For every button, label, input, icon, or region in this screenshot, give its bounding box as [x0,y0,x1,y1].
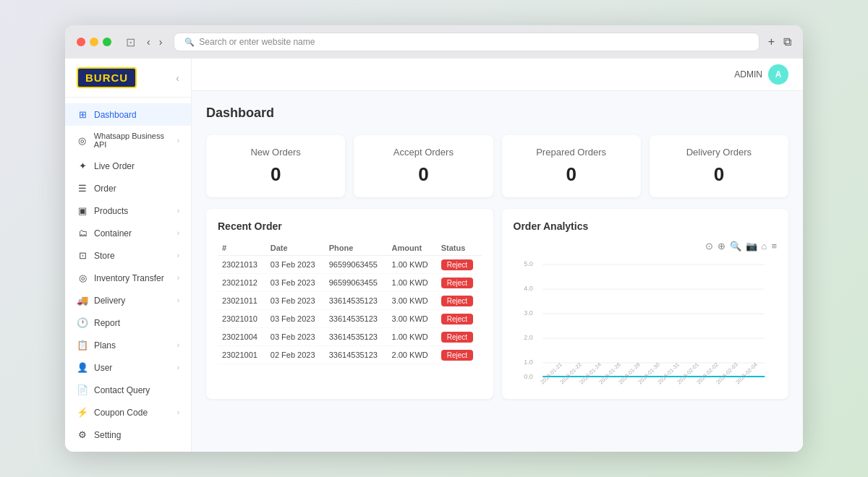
main-content: Dashboard New Orders 0 Accept Orders 0 P… [192,91,803,452]
forward-button[interactable]: › [156,35,166,49]
sidebar-item-label: Whatsapp Business API [94,132,177,149]
order-icon: ☰ [77,183,88,194]
coupon-icon: ⚡ [77,407,88,418]
user-icon: 👤 [77,362,88,373]
sidebar-item-label: Store [94,251,115,261]
plans-icon: 📋 [77,340,88,351]
sidebar-item-plans[interactable]: 📋 Plans › [65,334,191,356]
sidebar-item-products[interactable]: ▣ Products › [65,199,191,222]
stat-label: Delivery Orders [661,147,777,158]
minimize-button[interactable] [90,38,98,46]
sidebar-item-coupon[interactable]: ⚡ Coupon Code › [65,401,191,424]
order-date: 03 Feb 2023 [266,292,325,310]
sidebar-item-setting[interactable]: ⚙ Setting [65,424,191,446]
browser-window: ⊡ ‹ › 🔍 Search or enter website name + ⧉… [65,25,803,452]
y-label-40: 4.0 [524,285,533,292]
stat-label: Prepared Orders [514,147,629,158]
chart-camera-icon[interactable]: 📷 [746,241,757,252]
status-badge: Reject [441,259,473,270]
table-row[interactable]: 23021004 03 Feb 2023 33614535123 1.00 KW… [218,328,482,346]
sidebar: BURCU ‹ ⊞ Dashboard ◎ Whatsapp Business … [65,59,192,452]
sidebar-item-live-order[interactable]: ✦ Live Order [65,155,191,177]
order-status: Reject [437,346,482,364]
order-id: 23021001 [218,346,266,364]
sidebar-item-label: Setting [94,430,121,440]
app-container: BURCU ‹ ⊞ Dashboard ◎ Whatsapp Business … [65,59,803,452]
status-badge: Reject [441,314,473,325]
order-date: 03 Feb 2023 [266,274,325,292]
address-bar[interactable]: 🔍 Search or enter website name [174,33,759,51]
order-id: 23021004 [218,328,266,346]
stats-grid: New Orders 0 Accept Orders 0 Prepared Or… [206,135,788,197]
sidebar-item-user[interactable]: 👤 User › [65,356,191,379]
col-date: Date [266,241,325,256]
sidebar-item-contact[interactable]: 📄 Contact Query [65,379,191,401]
sidebar-item-dashboard[interactable]: ⊞ Dashboard [65,103,191,126]
browser-actions: + ⧉ [768,35,791,48]
order-status: Reject [437,310,482,328]
sidebar-toggle-button[interactable]: ‹ [176,72,179,84]
order-phone: 96599063455 [325,256,388,274]
sidebar-item-container[interactable]: 🗂 Container › [65,222,191,244]
maximize-button[interactable] [103,38,111,46]
sidebar-item-order[interactable]: ☰ Order [65,177,191,199]
order-status: Reject [437,328,482,346]
stat-card-accept-orders[interactable]: Accept Orders 0 [354,135,493,197]
chevron-right-icon: › [177,207,179,215]
close-button[interactable] [77,38,85,46]
page-title: Dashboard [206,106,788,121]
order-amount: 3.00 KWD [388,310,437,328]
products-icon: ▣ [77,205,88,216]
chart-svg: 5.0 4.0 3.0 2.0 1.0 0.0 [514,257,778,387]
chevron-right-icon: › [177,341,179,349]
sidebar-toggle-icon[interactable]: ⊡ [126,35,135,49]
order-date: 03 Feb 2023 [266,328,325,346]
chevron-right-icon: › [177,364,179,371]
chart-zoom-in-icon[interactable]: ⊕ [718,241,726,252]
contact-icon: 📄 [77,384,88,395]
order-amount: 1.00 KWD [388,328,437,346]
order-id: 23021013 [218,256,266,274]
order-status: Reject [437,292,482,310]
sidebar-item-inventory[interactable]: ◎ Inventory Transfer › [65,267,191,289]
setting-icon: ⚙ [77,429,88,440]
back-button[interactable]: ‹ [144,35,153,49]
sidebar-item-store[interactable]: ⊡ Store › [65,244,191,267]
chart-zoom-reset-icon[interactable]: ⊙ [705,241,713,252]
sidebar-item-delivery[interactable]: 🚚 Delivery › [65,289,191,311]
stat-card-new-orders[interactable]: New Orders 0 [206,135,345,197]
sidebar-item-whatsapp[interactable]: ◎ Whatsapp Business API › [65,126,191,155]
table-row[interactable]: 23021012 03 Feb 2023 96599063455 1.00 KW… [218,274,482,292]
table-row[interactable]: 23021013 03 Feb 2023 96599063455 1.00 KW… [218,256,482,274]
sidebar-item-report[interactable]: 🕐 Report [65,311,191,334]
order-phone: 33614535123 [325,292,388,310]
sidebar-item-label: Report [94,318,120,328]
sidebar-item-label: Delivery [94,296,125,306]
sidebar-item-label: Plans [94,340,116,351]
chart-menu-icon[interactable]: ≡ [771,241,777,252]
dashboard-wrapper: Dashboard New Orders 0 Accept Orders 0 P… [206,106,788,399]
chart-home-icon[interactable]: ⌂ [762,241,767,252]
chevron-right-icon: › [177,137,179,145]
col-amount: Amount [388,241,437,256]
container-icon: 🗂 [77,228,88,239]
stat-card-delivery-orders[interactable]: Delivery Orders 0 [650,135,788,197]
order-date: 03 Feb 2023 [266,256,325,274]
windows-button[interactable]: ⧉ [783,35,791,48]
nav-arrows: ‹ › [144,35,165,49]
inventory-icon: ◎ [77,272,88,283]
live-order-icon: ✦ [77,160,88,171]
order-phone: 33614535123 [325,328,388,346]
dashboard-icon: ⊞ [77,109,88,120]
table-row[interactable]: 23021011 03 Feb 2023 33614535123 3.00 KW… [218,292,482,310]
chevron-right-icon: › [177,274,179,282]
sidebar-item-label: Contact Query [94,385,150,395]
sidebar-item-label: Dashboard [94,110,137,120]
chevron-right-icon: › [177,296,179,304]
table-row[interactable]: 23021001 02 Feb 2023 33614535123 2.00 KW… [218,346,482,364]
chart-search-icon[interactable]: 🔍 [730,241,741,252]
table-row[interactable]: 23021010 03 Feb 2023 33614535123 3.00 KW… [218,310,482,328]
stat-card-prepared-orders[interactable]: Prepared Orders 0 [502,135,641,197]
chart-toolbar: ⊙ ⊕ 🔍 📷 ⌂ ≡ [514,241,778,252]
new-tab-button[interactable]: + [768,35,775,48]
